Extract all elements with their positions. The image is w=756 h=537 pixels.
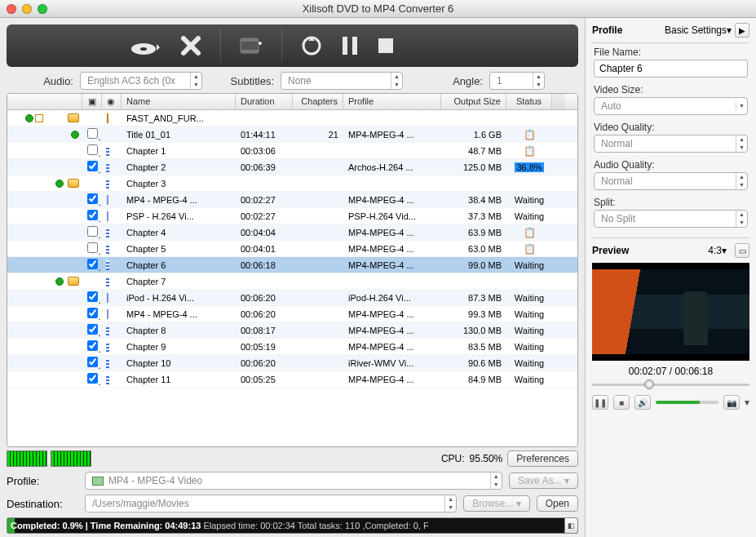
convert-button[interactable] bbox=[300, 34, 323, 57]
videoq-select[interactable]: Normal▲▼ bbox=[594, 135, 748, 153]
preview-stop-button[interactable]: ■ bbox=[613, 395, 630, 410]
preview-timecode: 00:02:07 / 00:06:18 bbox=[586, 361, 756, 379]
table-row[interactable]: MP4 - MPEG-4 ...00:02:27MP4-MPEG-4 ...38… bbox=[7, 192, 577, 208]
profile-select[interactable]: MP4 - MPEG-4 Video▲▼ bbox=[85, 472, 502, 490]
clip-icon bbox=[102, 179, 122, 189]
preview-viewport[interactable] bbox=[592, 263, 749, 361]
stop-button[interactable] bbox=[377, 37, 395, 55]
clip-icon bbox=[102, 375, 122, 384]
svg-point-1 bbox=[140, 47, 147, 51]
table-row[interactable]: Title 01_0101:44:1121MP4-MPEG-4 ...1.6 G… bbox=[7, 126, 577, 143]
row-checkbox[interactable] bbox=[87, 308, 98, 318]
audio-select[interactable]: English AC3 6ch (0x▲▼ bbox=[80, 72, 202, 90]
svg-rect-6 bbox=[343, 37, 347, 55]
preview-snapshot-button[interactable]: 📷 bbox=[723, 395, 740, 410]
col-output-size[interactable]: Output Size bbox=[441, 94, 506, 109]
row-checkbox[interactable] bbox=[87, 340, 98, 351]
col-duration[interactable]: Duration bbox=[236, 94, 293, 109]
col-profile[interactable]: Profile bbox=[343, 94, 441, 109]
table-row[interactable]: Chapter 200:06:39Archos-H.264 ...125.0 M… bbox=[7, 159, 577, 175]
table-row[interactable]: Chapter 500:04:01MP4-MPEG-4 ...63.0 MB📋 bbox=[7, 241, 577, 257]
table-row[interactable]: Chapter 800:08:17MP4-MPEG-4 ...130.0 MBW… bbox=[7, 322, 577, 339]
table-row[interactable]: Chapter 400:04:04MP4-MPEG-4 ...63.9 MB📋 bbox=[7, 224, 577, 241]
row-checkbox[interactable] bbox=[87, 226, 98, 237]
col-name[interactable]: Name bbox=[122, 94, 236, 109]
header-disc-icon[interactable]: ◉ bbox=[102, 94, 122, 109]
status-text: Waiting bbox=[506, 326, 552, 335]
table-row[interactable]: iPod - H.264 Vi...00:06:20iPod-H.264 Vi.… bbox=[7, 290, 577, 306]
table-row[interactable]: FAST_AND_FUR... bbox=[7, 110, 577, 126]
preview-mute-button[interactable]: 🔊 bbox=[634, 395, 651, 410]
preview-volume-slider[interactable] bbox=[656, 401, 718, 404]
save-as-button[interactable]: Save As... ▾ bbox=[509, 473, 578, 489]
angle-select[interactable]: 1▲▼ bbox=[489, 72, 545, 90]
row-checkbox[interactable] bbox=[87, 373, 98, 384]
clip-icon bbox=[102, 228, 122, 237]
clip-icon bbox=[102, 146, 122, 156]
table-row[interactable]: Chapter 7 bbox=[7, 273, 577, 290]
clear-button[interactable] bbox=[179, 34, 202, 57]
clipboard-icon: 📋 bbox=[506, 145, 552, 157]
status-text: Waiting bbox=[506, 211, 552, 221]
row-checkbox[interactable] bbox=[87, 193, 98, 204]
table-row[interactable]: Chapter 3 bbox=[7, 175, 577, 192]
profile-panel-tab[interactable]: Profile bbox=[592, 24, 622, 36]
profile-label: Profile: bbox=[7, 475, 78, 487]
cpu-value: 95.50% bbox=[470, 453, 503, 464]
col-status[interactable]: Status bbox=[506, 94, 552, 109]
clip-icon bbox=[102, 358, 122, 368]
status-text: Waiting bbox=[506, 195, 552, 205]
row-checkbox[interactable] bbox=[87, 291, 98, 302]
split-label: Split: bbox=[594, 197, 748, 208]
panel-next-button[interactable]: ▶ bbox=[735, 23, 749, 38]
aspect-select[interactable]: 4:3▾ bbox=[708, 245, 727, 256]
table-row[interactable]: Chapter 600:06:18MP4-MPEG-4 ...99.0 MBWa… bbox=[7, 257, 577, 273]
basic-settings-tab[interactable]: Basic Settings▾ bbox=[622, 24, 732, 36]
videosize-select[interactable]: Auto▼ bbox=[594, 97, 748, 115]
doc-icon bbox=[102, 309, 122, 319]
destination-select[interactable]: /Users/maggie/Movies▲▼ bbox=[85, 495, 457, 513]
doc-icon bbox=[102, 211, 122, 221]
row-checkbox[interactable] bbox=[87, 324, 98, 335]
header-check-icon[interactable]: ▣ bbox=[82, 94, 102, 109]
destination-label: Destination: bbox=[7, 498, 78, 510]
row-checkbox[interactable] bbox=[87, 242, 98, 253]
table-row[interactable]: Chapter 1100:05:25MP4-MPEG-4 ...84.9 MBW… bbox=[7, 371, 577, 388]
preferences-button[interactable]: Preferences bbox=[507, 450, 578, 467]
svg-rect-3 bbox=[241, 38, 259, 42]
status-expand-button[interactable]: ◧ bbox=[564, 518, 577, 533]
browse-button[interactable]: Browse... ▾ bbox=[463, 495, 529, 512]
pause-button[interactable] bbox=[341, 35, 359, 56]
row-checkbox[interactable] bbox=[87, 144, 98, 155]
split-select[interactable]: No Split▲▼ bbox=[594, 210, 748, 228]
table-body[interactable]: FAST_AND_FUR...Title 01_0101:44:1121MP4-… bbox=[7, 110, 577, 446]
add-profile-button[interactable] bbox=[239, 35, 263, 56]
preview-pause-button[interactable]: ❚❚ bbox=[592, 395, 608, 410]
open-button[interactable]: Open bbox=[537, 495, 578, 512]
status-text: Waiting bbox=[506, 342, 552, 352]
preview-fullscreen-button[interactable]: ▭ bbox=[735, 243, 749, 258]
doc-icon bbox=[102, 293, 122, 303]
row-checkbox[interactable] bbox=[87, 259, 98, 269]
table-row[interactable]: Chapter 100:03:0648.7 MB📋 bbox=[7, 143, 577, 159]
load-dvd-button[interactable] bbox=[129, 34, 161, 57]
filename-label: File Name: bbox=[594, 47, 748, 58]
table-row[interactable]: Chapter 1000:06:20iRiver-WMV Vi...90.6 M… bbox=[7, 355, 577, 371]
audioq-select[interactable]: Normal▲▼ bbox=[594, 172, 748, 190]
preview-label: Preview bbox=[592, 245, 703, 256]
row-checkbox[interactable] bbox=[87, 357, 98, 367]
preview-seek-slider[interactable] bbox=[592, 379, 749, 390]
svg-rect-4 bbox=[241, 50, 259, 53]
table-row[interactable]: MP4 - MPEG-4 ...00:06:20MP4-MPEG-4 ...99… bbox=[7, 306, 577, 322]
filename-input[interactable] bbox=[594, 60, 748, 78]
status-text: Waiting bbox=[506, 375, 552, 384]
row-checkbox[interactable] bbox=[87, 210, 98, 220]
row-checkbox[interactable] bbox=[87, 128, 98, 139]
col-chapters[interactable]: Chapters bbox=[293, 94, 343, 109]
subtitles-select[interactable]: None▲▼ bbox=[281, 72, 403, 90]
table-row[interactable]: Chapter 900:05:19MP4-MPEG-4 ...83.5 MBWa… bbox=[7, 339, 577, 355]
clip-icon bbox=[102, 326, 122, 335]
table-row[interactable]: PSP - H.264 Vi...00:02:27PSP-H.264 Vid..… bbox=[7, 208, 577, 224]
table-header: ▣ ◉ Name Duration Chapters Profile Outpu… bbox=[7, 94, 577, 110]
row-checkbox[interactable] bbox=[87, 161, 98, 171]
